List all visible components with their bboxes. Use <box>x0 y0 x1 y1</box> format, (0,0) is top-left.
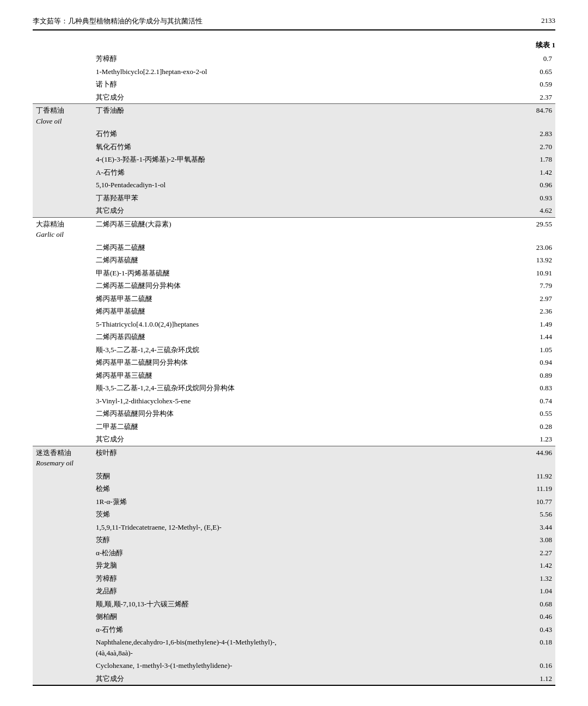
table-row: 茨醇3.08 <box>33 533 555 547</box>
table-row: Cyclohexane, 1-methyl-3-(1-methylethylid… <box>33 659 555 672</box>
oil-name-english: Garlic oil <box>36 229 89 240</box>
compound-value: 0.7 <box>512 52 555 65</box>
compound-value: 1.42 <box>512 559 555 572</box>
table-row: 1R-α-蒎烯10.77 <box>33 495 555 508</box>
table-row: 桧烯11.19 <box>33 482 555 495</box>
oil-name-cell <box>33 52 93 65</box>
table-row: 丁香精油Clove oil丁香油酚84.76 <box>33 104 555 128</box>
table-row: 迷迭香精油Rosemary oil桉叶醇44.96 <box>33 446 555 470</box>
oil-name-cell <box>33 292 93 305</box>
compound-value: 7.79 <box>512 279 555 292</box>
oil-name-cell <box>33 659 93 672</box>
compound-value: 0.59 <box>512 78 555 91</box>
compound-name: 桧烯 <box>93 482 512 495</box>
table-row: 烯丙基甲基二硫醚2.97 <box>33 292 555 305</box>
compound-name: 芳樟醇 <box>93 572 512 585</box>
compound-value: 1.04 <box>512 585 555 598</box>
table-row: 烯丙基甲基二硫醚同分异构体0.94 <box>33 356 555 369</box>
table-row: 二烯丙基二硫醚23.06 <box>33 241 555 254</box>
compound-value: 0.65 <box>512 65 555 78</box>
table-row: 烯丙基甲基硫醚2.36 <box>33 305 555 318</box>
table-row: 大蒜精油Garlic oil二烯丙基三硫醚(大蒜素)29.55 <box>33 217 555 241</box>
oil-name-cell <box>33 533 93 547</box>
table-row: 4-(1E)-3-羟基-1-丙烯基)-2-甲氧基酚1.78 <box>33 153 555 166</box>
table-row: 二烯丙基硫醚13.92 <box>33 254 555 267</box>
oil-name-chinese: 迷迭香精油 <box>36 447 89 458</box>
compound-name: 丁基羟基甲苯 <box>93 192 512 205</box>
compound-value: 10.91 <box>512 267 555 280</box>
table-row: 丁基羟基甲苯0.93 <box>33 192 555 205</box>
oil-name-cell <box>33 623 93 636</box>
table-row: 二甲基二硫醚0.28 <box>33 420 555 433</box>
compound-value: 0.43 <box>512 623 555 636</box>
table-row: 异龙脑1.42 <box>33 559 555 572</box>
compound-value: 11.92 <box>512 470 555 483</box>
compound-name: 1R-α-蒎烯 <box>93 495 512 508</box>
oil-name-cell <box>33 559 93 572</box>
oil-name-cell <box>33 305 93 318</box>
compound-name: 烯丙基甲基三硫醚 <box>93 369 512 382</box>
compound-value: 2.36 <box>512 305 555 318</box>
table-row: 芳樟醇1.32 <box>33 572 555 585</box>
compound-value: 2.83 <box>512 127 555 140</box>
oil-name-cell <box>33 610 93 623</box>
table-row: 5,10-Pentadecadiyn-1-ol0.96 <box>33 179 555 192</box>
oil-name-chinese: 丁香精油 <box>36 105 89 116</box>
oil-name-cell <box>33 470 93 483</box>
oil-name-chinese: 大蒜精油 <box>36 219 89 230</box>
table-row: 芳樟醇0.7 <box>33 52 555 65</box>
compound-name: 其它成分 <box>93 433 512 446</box>
compound-name: Naphthalene,decahydro-1,6-bis(methylene)… <box>93 636 512 659</box>
table-row: 茨烯5.56 <box>33 508 555 521</box>
compound-name: 茨烯 <box>93 508 512 521</box>
table-row: α-石竹烯0.43 <box>33 623 555 636</box>
compound-name: 二烯丙基二硫醚同分异构体 <box>93 279 512 292</box>
compound-value: 2.97 <box>512 292 555 305</box>
compound-name: 芳樟醇 <box>93 52 512 65</box>
compound-value: 1.23 <box>512 433 555 446</box>
table-row: 顺,顺,顺-7,10,13-十六碳三烯醛0.68 <box>33 598 555 611</box>
compound-name: 其它成分 <box>93 91 512 104</box>
compound-value: 0.96 <box>512 179 555 192</box>
compound-value: 29.55 <box>512 217 555 241</box>
compound-value: 1.12 <box>512 672 555 686</box>
oil-name-cell: 丁香精油Clove oil <box>33 104 93 128</box>
table-row: 顺-3,5-二乙基-1,2,4-三硫杂环戊烷1.05 <box>33 343 555 357</box>
oil-name-cell <box>33 166 93 179</box>
oil-name-cell <box>33 192 93 205</box>
compound-name: 氧化石竹烯 <box>93 140 512 154</box>
compound-value: 0.68 <box>512 598 555 611</box>
oil-name-cell <box>33 318 93 331</box>
compound-value: 0.55 <box>512 407 555 420</box>
compound-value: 1.44 <box>512 330 555 343</box>
compound-name: 烯丙基甲基二硫醚 <box>93 292 512 305</box>
compound-name: A-石竹烯 <box>93 166 512 179</box>
compound-name: 顺-3,5-二乙基-1,2,4-三硫杂环戊烷同分异构体 <box>93 382 512 395</box>
compound-value: 0.83 <box>512 382 555 395</box>
table-row: 顺-3,5-二乙基-1,2,4-三硫杂环戊烷同分异构体0.83 <box>33 382 555 395</box>
compound-value: 44.96 <box>512 446 555 470</box>
compound-value: 2.37 <box>512 91 555 104</box>
oil-name-cell <box>33 78 93 91</box>
compound-name: 3-Vinyl-1,2-dithiacyclohex-5-ene <box>93 395 512 408</box>
oil-name-cell <box>33 179 93 192</box>
table-row: 氧化石竹烯2.70 <box>33 140 555 154</box>
compound-name: 丁香油酚 <box>93 104 512 128</box>
compound-name: 茨酮 <box>93 470 512 483</box>
oil-name-cell <box>33 382 93 395</box>
table-row: 诺卜醇0.59 <box>33 78 555 91</box>
compound-name: 顺-3,5-二乙基-1,2,4-三硫杂环戊烷 <box>93 343 512 357</box>
compound-value: 11.19 <box>512 482 555 495</box>
table-row: 其它成分1.23 <box>33 433 555 446</box>
compound-value: 1.42 <box>512 166 555 179</box>
compound-value: 0.16 <box>512 659 555 672</box>
compound-name: 5,10-Pentadecadiyn-1-ol <box>93 179 512 192</box>
compound-value: 13.92 <box>512 254 555 267</box>
oil-name-cell <box>33 356 93 369</box>
compound-value: 0.18 <box>512 636 555 659</box>
table-row: A-石竹烯1.42 <box>33 166 555 179</box>
oil-name-cell <box>33 204 93 217</box>
table-row: 侧柏酮0.46 <box>33 610 555 623</box>
compound-name: 二烯丙基四硫醚 <box>93 330 512 343</box>
oil-name-cell: 大蒜精油Garlic oil <box>33 217 93 241</box>
